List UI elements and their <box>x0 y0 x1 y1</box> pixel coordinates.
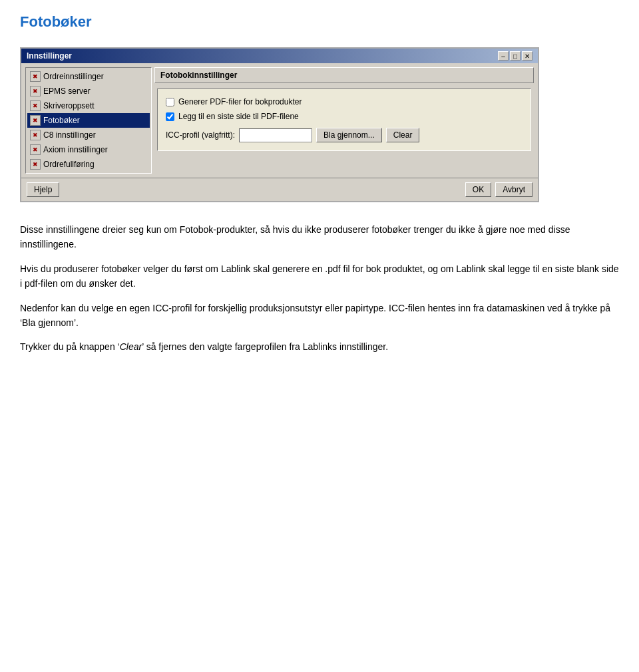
sidebar-item-ordreinnstillinger[interactable]: ✖ Ordreinnstillinger <box>27 69 150 84</box>
dialog-title: Innstillinger <box>27 51 72 61</box>
footer-right-buttons: OK Avbryt <box>465 182 532 197</box>
icc-row: ICC-profil (valgfritt): Bla gjennom... C… <box>166 128 523 142</box>
nav-label-fotoboker: Fotobøker <box>43 116 80 125</box>
nav-label-epms: EPMS server <box>43 86 91 96</box>
content-header: Fotobokinnstillinger <box>154 67 534 83</box>
nav-icon-ordreinnstillinger: ✖ <box>30 71 41 82</box>
dialog-window: Innstillinger – □ ✕ ✖ Ordreinnstillinger… <box>20 47 539 202</box>
nav-label-ordreinnstillinger: Ordreinnstillinger <box>43 72 104 81</box>
checkbox-generer-pdf[interactable] <box>166 98 174 106</box>
nav-icon-epms: ✖ <box>30 86 41 96</box>
nav-icon-ordrefullføring: ✖ <box>30 159 41 170</box>
checkbox-row-legg-til: Legg til en siste side til PDF-filene <box>166 112 523 121</box>
sidebar-item-ordrefullføring[interactable]: ✖ Ordrefullføring <box>27 157 150 172</box>
checkbox-legg-til[interactable] <box>166 112 174 121</box>
maximize-button[interactable]: □ <box>510 51 521 61</box>
checkbox-generer-label: Generer PDF-filer for bokprodukter <box>178 97 302 106</box>
body-text-section: Disse innstillingene dreier seg kun om F… <box>20 222 619 355</box>
cancel-button[interactable]: Avbryt <box>495 182 532 197</box>
checkbox-row-generer: Generer PDF-filer for bokprodukter <box>166 97 523 106</box>
icc-label: ICC-profil (valgfritt): <box>166 130 235 140</box>
close-button[interactable]: ✕ <box>522 51 532 61</box>
body-para-4a: Trykker du på knappen ‘ <box>20 341 120 352</box>
dialog-titlebar: Innstillinger – □ ✕ <box>21 49 538 63</box>
ok-button[interactable]: OK <box>465 182 491 197</box>
nav-label-skriveroppsett: Skriveroppsett <box>43 101 95 110</box>
checkbox-legg-label: Legg til en siste side til PDF-filene <box>178 112 299 121</box>
body-para-4b: Clear <box>120 341 142 352</box>
help-button[interactable]: Hjelp <box>27 182 59 197</box>
nav-icon-axiom: ✖ <box>30 144 41 155</box>
dialog-content: Fotobokinnstillinger Generer PDF-filer f… <box>154 67 534 174</box>
icc-input[interactable] <box>239 128 312 142</box>
minimize-button[interactable]: – <box>498 51 509 61</box>
body-para-4c: ’ så fjernes den valgte fargeprofilen fr… <box>142 341 388 352</box>
page-title: Fotobøker <box>20 13 619 31</box>
nav-icon-fotoboker: ✖ <box>30 115 41 126</box>
dialog-footer: Hjelp OK Avbryt <box>21 178 538 201</box>
clear-button[interactable]: Clear <box>386 128 420 142</box>
body-para-2a: Hvis du produserer fotobøker velger du f… <box>20 263 325 274</box>
titlebar-buttons: – □ ✕ <box>498 51 532 61</box>
sidebar-item-epms-server[interactable]: ✖ EPMS server <box>27 84 150 98</box>
nav-label-ordrefullføring: Ordrefullføring <box>43 160 95 169</box>
nav-label-axiom: Axiom innstillinger <box>43 145 108 154</box>
nav-icon-c8: ✖ <box>30 130 41 140</box>
nav-label-c8: C8 innstillinger <box>43 130 96 140</box>
body-para-2: Hvis du produserer fotobøker velger du f… <box>20 261 619 291</box>
body-para-3: Nedenfor kan du velge en egen ICC-profil… <box>20 301 619 331</box>
sidebar-item-fotoboker[interactable]: ✖ Fotobøker <box>27 113 150 128</box>
sidebar-item-skriveroppsett[interactable]: ✖ Skriveroppsett <box>27 98 150 113</box>
nav-icon-skriveroppsett: ✖ <box>30 100 41 111</box>
body-para-4: Trykker du på knappen ‘Clear’ så fjernes… <box>20 339 619 354</box>
body-para-1: Disse innstillingene dreier seg kun om F… <box>20 222 619 252</box>
dialog-body: ✖ Ordreinnstillinger ✖ EPMS server ✖ Skr… <box>21 63 538 178</box>
sidebar-item-c8[interactable]: ✖ C8 innstillinger <box>27 128 150 142</box>
sidebar-item-axiom[interactable]: ✖ Axiom innstillinger <box>27 142 150 157</box>
content-panel: Generer PDF-filer for bokprodukter Legg … <box>157 88 531 151</box>
bla-gjennom-button[interactable]: Bla gjennom... <box>316 128 382 142</box>
dialog-sidebar: ✖ Ordreinnstillinger ✖ EPMS server ✖ Skr… <box>25 67 152 174</box>
